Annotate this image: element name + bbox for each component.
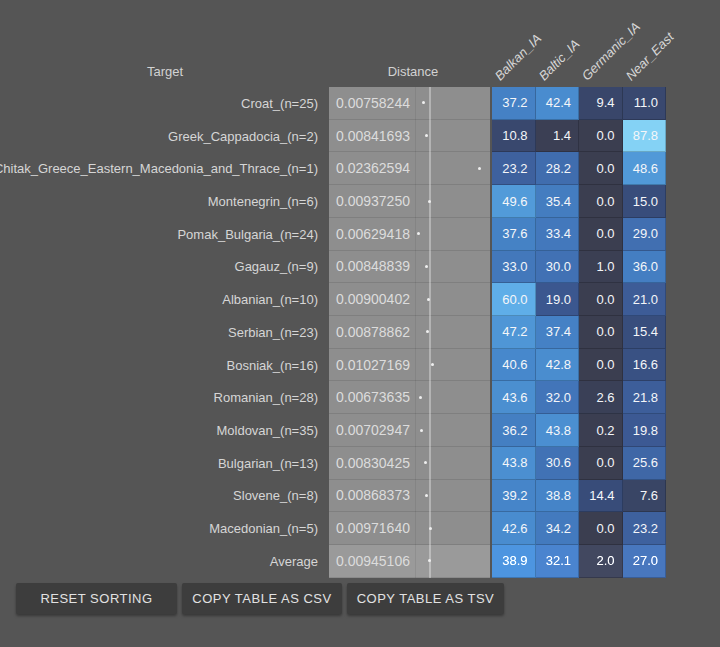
- table-row[interactable]: Slovene_(n=8)0.0086837339.238.814.47.6: [0, 480, 666, 513]
- value-cells: 60.019.00.021.0: [492, 283, 666, 316]
- value-cell-balkan-ia: 33.0: [492, 251, 536, 284]
- target-label: Macedonian_(n=5): [0, 512, 322, 545]
- value-cell-balkan-ia: 37.2: [492, 87, 536, 120]
- value-cell-balkan-ia: 60.0: [492, 283, 536, 316]
- distance-value: 0.00848839: [329, 251, 490, 284]
- distance-gridline: [429, 87, 431, 578]
- value-cell-baltic-ia: 35.4: [536, 185, 580, 218]
- distance-value: 0.00900402: [329, 283, 490, 316]
- distance-value: 0.02362594: [329, 152, 490, 185]
- spacer: [322, 349, 329, 382]
- value-cell-germanic-ia: 1.0: [579, 251, 623, 284]
- value-cell-germanic-ia: 0.0: [579, 349, 623, 382]
- target-column-header[interactable]: Target: [0, 64, 330, 79]
- value-cell-baltic-ia: 42.4: [536, 87, 580, 120]
- distance-dot: [419, 396, 422, 399]
- value-cell-near-east: 27.0: [623, 545, 667, 578]
- value-cells: 42.634.20.023.2: [492, 512, 666, 545]
- target-label: Bosniak_(n=16): [0, 349, 322, 382]
- distance-value: 0.00971640: [329, 512, 490, 545]
- value-cell-balkan-ia: 36.2: [492, 414, 536, 447]
- copy-table-csv-button[interactable]: COPY TABLE AS CSV: [182, 583, 342, 614]
- copy-table-tsv-button[interactable]: COPY TABLE AS TSV: [347, 583, 504, 614]
- value-cell-baltic-ia: 42.8: [536, 349, 580, 382]
- table-row[interactable]: Croat_(n=25)0.0075824437.242.49.411.0: [0, 87, 666, 120]
- table-row[interactable]: Average0.0094510638.932.12.027.0: [0, 545, 666, 578]
- value-cell-germanic-ia: 2.6: [579, 381, 623, 414]
- target-label: Albanian_(n=10): [0, 283, 322, 316]
- target-label: Average: [0, 545, 322, 578]
- value-cells: 47.237.40.015.4: [492, 316, 666, 349]
- table-row[interactable]: Moldovan_(n=35)0.0070294736.243.80.219.8: [0, 414, 666, 447]
- distance-dot: [417, 232, 420, 235]
- target-label: Greek_Cappadocia_(n=2): [0, 120, 322, 153]
- value-cell-near-east: 19.8: [623, 414, 667, 447]
- table-row[interactable]: Albanian_(n=10)0.0090040260.019.00.021.0: [0, 283, 666, 316]
- distance-dot: [425, 134, 428, 137]
- column-header-balkan-ia[interactable]: Balkan_IA: [492, 31, 545, 84]
- table-row[interactable]: Gagauz_(n=9)0.0084883933.030.01.036.0: [0, 251, 666, 284]
- distance-dot: [422, 101, 425, 104]
- spacer: [322, 480, 329, 513]
- table-row[interactable]: Serbian_(n=23)0.0087886247.237.40.015.4: [0, 316, 666, 349]
- target-label: Montenegrin_(n=6): [0, 185, 322, 218]
- value-cells: 33.030.01.036.0: [492, 251, 666, 284]
- distance-dot: [431, 363, 434, 366]
- table-row[interactable]: Montenegrin_(n=6)0.0093725049.635.40.015…: [0, 185, 666, 218]
- spacer: [322, 120, 329, 153]
- value-cell-baltic-ia: 43.8: [536, 414, 580, 447]
- reset-sorting-button[interactable]: RESET SORTING: [16, 583, 177, 614]
- spacer: [322, 87, 329, 120]
- value-cell-near-east: 7.6: [623, 480, 667, 513]
- value-cell-near-east: 25.6: [623, 447, 667, 480]
- distance-value: 0.00830425: [329, 447, 490, 480]
- distance-dot: [425, 265, 428, 268]
- value-cells: 49.635.40.015.0: [492, 185, 666, 218]
- table-row[interactable]: Greek_Cappadocia_(n=2)0.0084169310.81.40…: [0, 120, 666, 153]
- target-label: Croat_(n=25): [0, 87, 322, 120]
- value-cell-near-east: 21.8: [623, 381, 667, 414]
- table-row[interactable]: Macedonian_(n=5)0.0097164042.634.20.023.…: [0, 512, 666, 545]
- value-cell-balkan-ia: 38.9: [492, 545, 536, 578]
- value-cell-germanic-ia: 0.2: [579, 414, 623, 447]
- value-cell-balkan-ia: 49.6: [492, 185, 536, 218]
- table-row[interactable]: Bosniak_(n=16)0.0102716940.642.80.016.6: [0, 349, 666, 382]
- value-cells: 37.242.49.411.0: [492, 87, 666, 120]
- target-label: Gagauz_(n=9): [0, 251, 322, 284]
- value-cells: 43.830.60.025.6: [492, 447, 666, 480]
- table-row[interactable]: Bulgarian_(n=13)0.0083042543.830.60.025.…: [0, 447, 666, 480]
- target-label: Serbian_(n=23): [0, 316, 322, 349]
- distance-value: 0.00673635: [329, 381, 490, 414]
- value-cell-near-east: 15.4: [623, 316, 667, 349]
- target-label: Bulgarian_(n=13): [0, 447, 322, 480]
- distance-column-header[interactable]: Distance: [332, 64, 494, 79]
- value-cell-balkan-ia: 43.6: [492, 381, 536, 414]
- value-cell-balkan-ia: 47.2: [492, 316, 536, 349]
- distance-value: 0.01027169: [329, 349, 490, 382]
- spacer: [322, 152, 329, 185]
- table-row[interactable]: Romanian_(n=28)0.0067363543.632.02.621.8: [0, 381, 666, 414]
- table-row[interactable]: Pomak_Bulgaria_(n=24)0.0062941837.633.40…: [0, 218, 666, 251]
- value-cell-germanic-ia: 9.4: [579, 87, 623, 120]
- distance-dot: [420, 429, 423, 432]
- value-cell-baltic-ia: 32.0: [536, 381, 580, 414]
- value-cell-germanic-ia: 14.4: [579, 480, 623, 513]
- spacer: [322, 414, 329, 447]
- table-row[interactable]: Chitak_Greece_Eastern_Macedonia_and_Thra…: [0, 152, 666, 185]
- value-cell-germanic-ia: 0.0: [579, 185, 623, 218]
- value-cells: 36.243.80.219.8: [492, 414, 666, 447]
- distance-value: 0.00702947: [329, 414, 490, 447]
- target-label: Moldovan_(n=35): [0, 414, 322, 447]
- target-label: Pomak_Bulgaria_(n=24): [0, 218, 322, 251]
- value-cells: 43.632.02.621.8: [492, 381, 666, 414]
- target-label: Romanian_(n=28): [0, 381, 322, 414]
- value-cells: 38.932.12.027.0: [492, 545, 666, 578]
- distance-value: 0.00937250: [329, 185, 490, 218]
- target-label: Slovene_(n=8): [0, 480, 322, 513]
- value-cell-germanic-ia: 0.0: [579, 447, 623, 480]
- spacer: [322, 316, 329, 349]
- value-cell-baltic-ia: 28.2: [536, 152, 580, 185]
- value-cells: 23.228.20.048.6: [492, 152, 666, 185]
- spacer: [322, 381, 329, 414]
- spacer: [322, 512, 329, 545]
